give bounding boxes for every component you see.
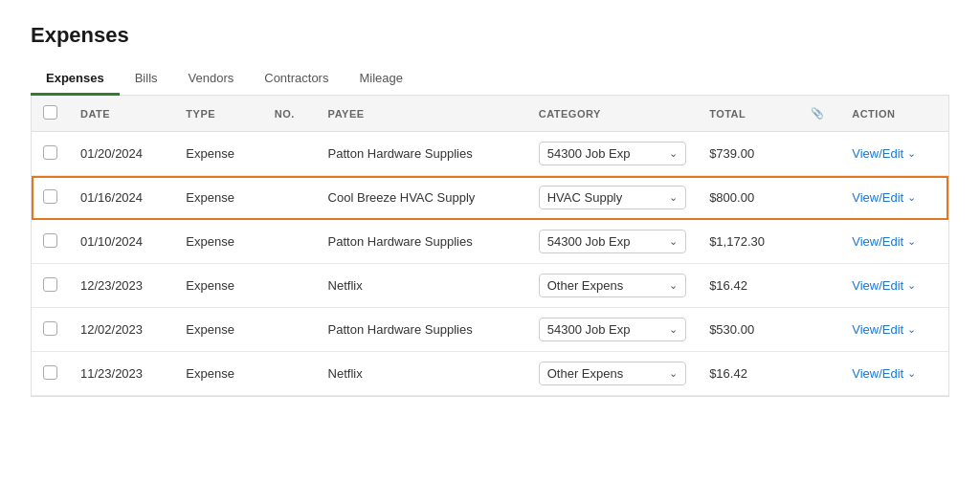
table-row: 01/20/2024 Expense Patton Hardware Suppl… (32, 132, 948, 176)
row-attachment (795, 176, 841, 220)
table-body: 01/20/2024 Expense Patton Hardware Suppl… (32, 132, 948, 396)
action-chevron-icon[interactable]: ⌄ (907, 323, 916, 336)
category-dropdown[interactable]: 54300 Job Exp ⌄ (539, 318, 686, 341)
row-category[interactable]: 54300 Job Exp ⌄ (527, 132, 698, 176)
row-total: $530.00 (698, 308, 794, 352)
header-category: CATEGORY (527, 96, 698, 132)
row-no (263, 220, 317, 264)
header-type: TYPE (174, 96, 262, 132)
category-value: 54300 Job Exp (547, 146, 631, 161)
row-payee: Patton Hardware Supplies (317, 220, 527, 264)
tab-vendors[interactable]: Vendors (173, 63, 250, 96)
row-payee: Netflix (317, 352, 527, 396)
row-no (263, 308, 317, 352)
row-action-cell: View/Edit ⌄ (840, 132, 948, 176)
view-edit-link[interactable]: View/Edit (852, 322, 903, 337)
row-type: Expense (174, 264, 262, 308)
category-dropdown[interactable]: 54300 Job Exp ⌄ (539, 230, 686, 253)
row-checkbox[interactable] (43, 277, 57, 292)
action-container: View/Edit ⌄ (852, 366, 937, 381)
action-chevron-icon[interactable]: ⌄ (907, 191, 916, 204)
category-dropdown[interactable]: 54300 Job Exp ⌄ (539, 142, 686, 165)
tab-expenses[interactable]: Expenses (31, 63, 120, 96)
row-checkbox[interactable] (43, 233, 57, 248)
category-value: 54300 Job Exp (547, 234, 631, 249)
row-attachment (795, 264, 841, 308)
action-chevron-icon[interactable]: ⌄ (907, 235, 916, 248)
category-dropdown[interactable]: Other Expens ⌄ (539, 362, 686, 385)
table-row: 11/23/2023 Expense Netflix Other Expens … (32, 352, 948, 396)
header-action: ACTION (840, 96, 948, 132)
view-edit-link[interactable]: View/Edit (852, 146, 903, 161)
row-no (263, 264, 317, 308)
action-container: View/Edit ⌄ (852, 190, 937, 205)
table-row: 12/23/2023 Expense Netflix Other Expens … (32, 264, 948, 308)
paperclip-icon: 📎 (811, 107, 825, 119)
header-attachment: 📎 (795, 96, 841, 132)
tab-bills[interactable]: Bills (120, 63, 173, 96)
dropdown-chevron-icon: ⌄ (669, 191, 678, 204)
action-container: View/Edit ⌄ (852, 278, 937, 293)
view-edit-link[interactable]: View/Edit (852, 278, 903, 293)
row-date: 01/16/2024 (69, 176, 174, 220)
row-date: 01/10/2024 (69, 220, 174, 264)
dropdown-chevron-icon: ⌄ (669, 235, 678, 248)
row-checkbox[interactable] (43, 365, 57, 380)
row-no (263, 352, 317, 396)
dropdown-chevron-icon: ⌄ (669, 323, 678, 336)
row-attachment (795, 132, 841, 176)
row-type: Expense (174, 220, 262, 264)
header-checkbox-cell (32, 96, 69, 132)
select-all-checkbox[interactable] (43, 105, 57, 120)
tabs-nav: Expenses Bills Vendors Contractors Milea… (31, 63, 949, 96)
row-no (263, 132, 317, 176)
row-type: Expense (174, 176, 262, 220)
row-type: Expense (174, 352, 262, 396)
row-action-cell: View/Edit ⌄ (840, 264, 948, 308)
row-attachment (795, 308, 841, 352)
action-chevron-icon[interactable]: ⌄ (907, 147, 916, 160)
page-title: Expenses (31, 23, 949, 48)
row-category[interactable]: Other Expens ⌄ (527, 352, 698, 396)
action-chevron-icon[interactable]: ⌄ (907, 367, 916, 380)
row-payee: Patton Hardware Supplies (317, 308, 527, 352)
row-date: 01/20/2024 (69, 132, 174, 176)
tab-mileage[interactable]: Mileage (344, 63, 418, 96)
row-checkbox-cell (32, 132, 69, 176)
action-chevron-icon[interactable]: ⌄ (907, 279, 916, 292)
row-date: 12/23/2023 (69, 264, 174, 308)
tab-contractors[interactable]: Contractors (249, 63, 344, 96)
row-type: Expense (174, 308, 262, 352)
category-dropdown[interactable]: HVAC Supply ⌄ (539, 186, 686, 209)
row-attachment (795, 352, 841, 396)
row-category[interactable]: HVAC Supply ⌄ (527, 176, 698, 220)
row-checkbox[interactable] (43, 145, 57, 160)
row-checkbox[interactable] (43, 321, 57, 336)
category-dropdown[interactable]: Other Expens ⌄ (539, 274, 686, 297)
header-no: NO. (263, 96, 317, 132)
table-row: 12/02/2023 Expense Patton Hardware Suppl… (32, 308, 948, 352)
row-date: 11/23/2023 (69, 352, 174, 396)
action-container: View/Edit ⌄ (852, 322, 937, 337)
row-payee: Patton Hardware Supplies (317, 132, 527, 176)
row-category[interactable]: 54300 Job Exp ⌄ (527, 308, 698, 352)
category-value: Other Expens (547, 278, 624, 293)
row-category[interactable]: 54300 Job Exp ⌄ (527, 220, 698, 264)
view-edit-link[interactable]: View/Edit (852, 366, 903, 381)
row-action-cell: View/Edit ⌄ (840, 352, 948, 396)
view-edit-link[interactable]: View/Edit (852, 190, 903, 205)
row-no (263, 176, 317, 220)
header-payee: PAYEE (317, 96, 527, 132)
row-checkbox-cell (32, 264, 69, 308)
dropdown-chevron-icon: ⌄ (669, 367, 678, 380)
category-value: 54300 Job Exp (547, 322, 631, 337)
view-edit-link[interactable]: View/Edit (852, 234, 903, 249)
row-checkbox[interactable] (43, 189, 57, 204)
header-date: DATE (69, 96, 174, 132)
dropdown-chevron-icon: ⌄ (669, 279, 678, 292)
row-checkbox-cell (32, 308, 69, 352)
category-value: HVAC Supply (547, 190, 623, 205)
row-category[interactable]: Other Expens ⌄ (527, 264, 698, 308)
expenses-table: DATE TYPE NO. PAYEE CATEGORY TOTAL 📎 ACT… (32, 96, 948, 396)
row-payee: Cool Breeze HVAC Supply (317, 176, 527, 220)
